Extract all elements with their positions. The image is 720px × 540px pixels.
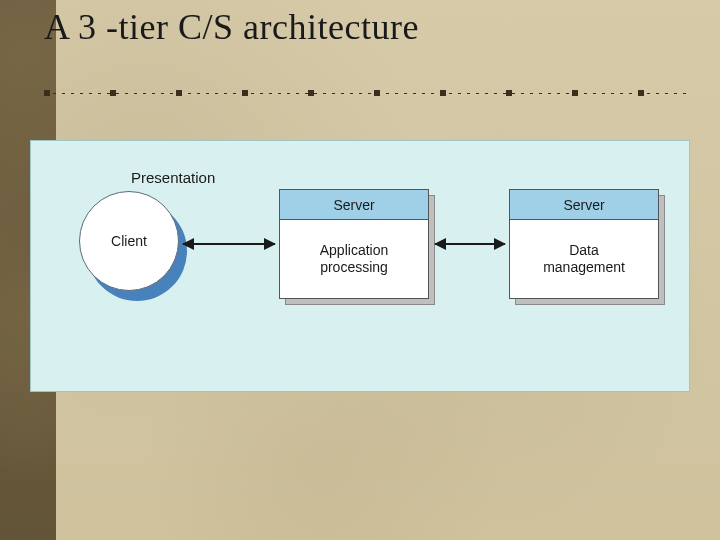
slide-title: A 3 -tier C/S architecture xyxy=(44,6,419,48)
server-data-body: Data management xyxy=(510,220,658,298)
server-data-box: Server Data management xyxy=(509,189,659,299)
server-data-header: Server xyxy=(510,190,658,220)
diagram-panel: Presentation Client Server Application p… xyxy=(30,140,690,392)
server-app-body: Application processing xyxy=(280,220,428,298)
server-app-header: Server xyxy=(280,190,428,220)
server-app-box: Server Application processing xyxy=(279,189,429,299)
presentation-label: Presentation xyxy=(131,169,215,186)
arrow-app-to-data xyxy=(435,243,505,245)
arrow-client-to-app xyxy=(183,243,275,245)
client-label: Client xyxy=(111,233,147,249)
client-node: Client xyxy=(79,191,179,291)
